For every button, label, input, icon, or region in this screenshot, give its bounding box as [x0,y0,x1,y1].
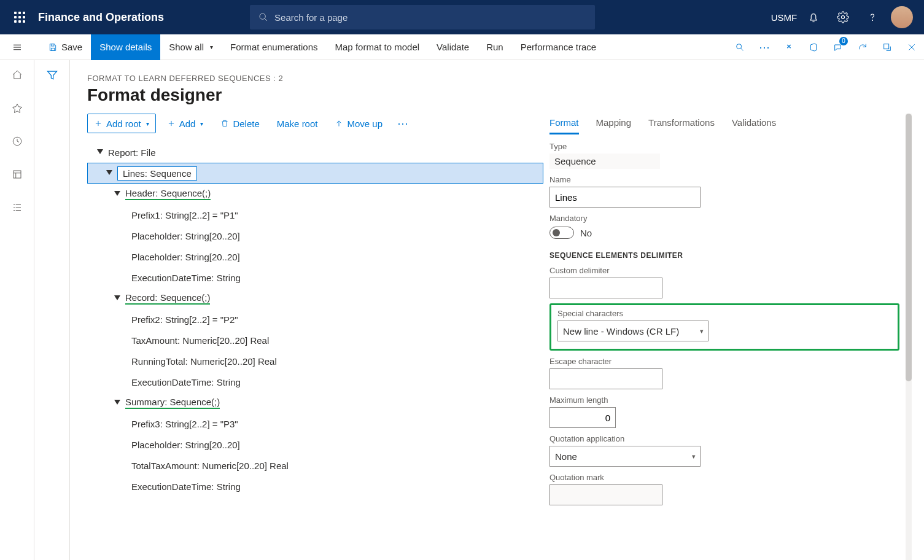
left-nav [0,60,34,560]
collapse-icon[interactable] [96,148,104,157]
tree-node[interactable]: ExecutionDateTime: String [87,476,543,497]
help-icon[interactable] [858,0,887,34]
tree-node[interactable]: Placeholder: String[20..20] [87,434,543,455]
tree-node[interactable]: TaxAmount: Numeric[20..20] Real [87,330,543,351]
quotation-application-label: Quotation application [549,434,899,443]
run-button[interactable]: Run [478,34,512,60]
global-search-input[interactable] [274,12,586,23]
mandatory-toggle[interactable] [549,227,574,239]
make-root-button[interactable]: Make root [271,114,324,133]
svg-line-1 [265,18,267,21]
refresh-icon[interactable] [850,34,875,60]
tree-node-lines[interactable]: Lines: Sequence [87,163,543,184]
tree-node[interactable]: Placeholder: String[20..20] [87,246,543,267]
messages-icon[interactable]: 0 [826,34,850,60]
top-bar: Finance and Operations USMF [0,0,924,34]
tree-node-record[interactable]: Record: Sequence(;) [87,288,543,309]
action-more-icon[interactable]: ⋯ [752,34,777,60]
quotation-application-select[interactable]: None [549,446,701,467]
scrollbar-thumb[interactable] [906,114,912,381]
action-bar: Save Show details Show all▾ Format enume… [0,34,924,60]
show-all-button[interactable]: Show all▾ [160,34,222,60]
tree-node[interactable]: Prefix3: String[2..2] = "P3" [87,413,543,434]
format-tree: Report: File Lines: Sequence Header: Seq… [87,142,543,497]
page-title: Format designer [87,85,912,105]
escape-character-input[interactable] [549,368,662,389]
attachments-icon[interactable] [777,34,801,60]
mandatory-label: Mandatory [549,214,899,223]
tree-toolbar-more-icon[interactable]: ⋯ [394,117,412,130]
map-format-to-model-button[interactable]: Map format to model [327,34,429,60]
collapse-icon[interactable] [113,399,122,407]
tree-node[interactable]: Placeholder: String[20..20] [87,225,543,246]
nav-recent-icon[interactable] [4,131,30,151]
filter-icon[interactable] [46,69,58,83]
svg-rect-7 [51,44,54,45]
tree-node[interactable]: Prefix2: String[2..2] = "P2" [87,309,543,330]
search-icon [258,12,268,22]
tab-validations[interactable]: Validations [732,115,776,134]
tree-node[interactable]: ExecutionDateTime: String [87,371,543,392]
tab-mapping[interactable]: Mapping [596,115,632,134]
nav-modules-icon[interactable] [4,198,30,217]
svg-point-2 [842,16,845,19]
svg-marker-34 [114,295,120,300]
format-enumerations-button[interactable]: Format enumerations [222,34,327,60]
chevron-down-icon: ▾ [692,453,696,461]
svg-marker-14 [12,104,21,112]
collapse-icon[interactable] [105,169,114,177]
collapse-icon[interactable] [113,190,122,198]
tree-node-header[interactable]: Header: Sequence(;) [87,184,543,204]
nav-workspaces-icon[interactable] [4,165,30,184]
chevron-down-icon: ▾ [210,44,213,50]
tab-format[interactable]: Format [549,115,579,134]
show-details-button[interactable]: Show details [91,34,160,60]
nav-toggle-icon[interactable] [0,34,34,60]
tree-node[interactable]: ExecutionDateTime: String [87,267,543,288]
app-launcher-icon[interactable] [5,0,34,34]
special-characters-select[interactable]: New line - Windows (CR LF) [557,321,709,341]
messages-badge: 0 [839,37,848,45]
type-label: Type [549,142,899,151]
quotation-mark-input[interactable] [549,484,662,505]
close-icon[interactable] [899,34,924,60]
maximum-length-input[interactable] [549,407,616,428]
tab-transformations[interactable]: Transformations [648,115,715,134]
svg-marker-33 [114,191,120,196]
move-up-button[interactable]: Move up [328,114,389,133]
escape-character-label: Escape character [549,357,899,366]
tree-node[interactable]: Prefix1: String[2..2] = "P1" [87,204,543,225]
tree-node[interactable]: RunningTotal: Numeric[20..20] Real [87,351,543,371]
svg-marker-31 [97,149,103,154]
performance-trace-button[interactable]: Performance trace [512,34,605,60]
user-avatar[interactable] [891,6,913,28]
tree-node-summary[interactable]: Summary: Sequence(;) [87,392,543,413]
collapse-icon[interactable] [113,294,122,303]
delete-button[interactable]: Delete [214,114,265,133]
main-content: FORMAT TO LEARN DEFERRED SEQUENCES : 2 F… [70,60,924,560]
settings-icon[interactable] [828,0,858,34]
special-characters-highlight: Special characters New line - Windows (C… [549,303,899,351]
validate-button[interactable]: Validate [428,34,478,60]
add-button[interactable]: Add ▾ [161,114,210,133]
popout-icon[interactable] [875,34,899,60]
office-icon[interactable] [801,34,826,60]
tree-node[interactable]: TotalTaxAmount: Numeric[20..20] Real [87,455,543,476]
property-tabs: Format Mapping Transformations Validatio… [549,115,899,134]
global-search[interactable] [250,5,595,29]
action-search-icon[interactable] [728,34,752,60]
legal-entity[interactable]: USMF [769,0,799,34]
name-input[interactable] [549,187,701,208]
tree-node-report[interactable]: Report: File [87,142,543,163]
save-button[interactable]: Save [39,34,91,60]
scrollbar[interactable] [906,114,912,560]
svg-rect-11 [884,44,889,49]
show-details-label: Show details [99,42,152,52]
nav-home-icon[interactable] [4,65,30,85]
add-root-button[interactable]: Add root ▾ [87,114,156,133]
custom-delimiter-label: Custom delimiter [549,266,899,275]
nav-favorites-icon[interactable] [4,98,30,118]
notifications-icon[interactable] [799,0,828,34]
svg-marker-35 [114,400,120,405]
custom-delimiter-input[interactable] [549,278,662,298]
